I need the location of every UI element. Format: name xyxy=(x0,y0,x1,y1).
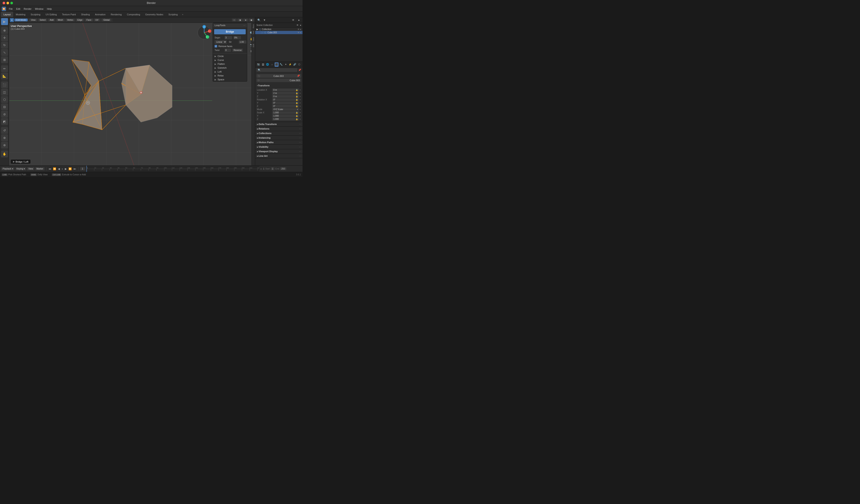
smooth-button[interactable]: ⊛ xyxy=(1,134,8,141)
viewport-shading-look[interactable]: ● xyxy=(243,18,248,21)
twist-input[interactable] xyxy=(225,48,231,52)
tab-sculpting[interactable]: Sculpting xyxy=(28,12,43,17)
key-first-button[interactable]: ⏮ xyxy=(48,167,52,171)
menu-window[interactable]: Window xyxy=(33,7,45,11)
viewport[interactable]: ● Edit Mode View Select Add Mesh Vertex … xyxy=(9,17,255,165)
circle-tool[interactable]: ▶ Circle xyxy=(213,54,247,58)
tab-rendering[interactable]: Rendering xyxy=(108,12,124,17)
n-strip-view[interactable]: View xyxy=(253,36,255,43)
object-props-icon[interactable]: ⬛ xyxy=(275,62,278,67)
output-props-icon[interactable]: 🖼 xyxy=(261,62,265,67)
location-z-lock[interactable]: 🔒 xyxy=(296,95,298,98)
edit-mode-selector[interactable]: Edit Mode xyxy=(14,18,28,21)
close-button[interactable] xyxy=(3,2,5,4)
tab-scripting[interactable]: Scripting xyxy=(166,12,180,17)
end-frame-input[interactable]: 250 xyxy=(280,167,286,170)
transform-tool-button[interactable]: ⊞ xyxy=(1,56,8,63)
constraints-props-icon[interactable]: 🔗 xyxy=(293,62,297,67)
add-workspace-button[interactable]: + xyxy=(180,13,185,16)
cube-eye-icon[interactable]: 👁 xyxy=(298,31,300,34)
uv-menu[interactable]: UV xyxy=(94,18,100,21)
tab-texture-paint[interactable]: Texture Paint xyxy=(59,12,78,17)
outliner-item-collection[interactable]: ▶ ◫ Collection 👁 ● xyxy=(255,28,302,31)
tab-modeling[interactable]: Modeling xyxy=(13,12,28,17)
play-back-button[interactable]: ◀ xyxy=(57,167,60,171)
scale-z-value[interactable]: 1.000 🔒 xyxy=(272,118,299,120)
scene-props-icon[interactable]: 🌐 xyxy=(266,62,270,67)
particles-props-icon[interactable]: ✦ xyxy=(284,62,288,67)
maximize-button[interactable] xyxy=(10,2,13,4)
render-props-icon[interactable]: 📷 xyxy=(257,62,260,67)
collection-render-icon[interactable]: ● xyxy=(300,28,301,30)
space-tool[interactable]: ▶ Space xyxy=(213,77,247,81)
add-menu[interactable]: Add xyxy=(48,18,55,21)
eye-icon[interactable]: 👁 xyxy=(291,18,296,23)
loop-tools-options[interactable]: ··· xyxy=(243,24,245,27)
blender-icon[interactable] xyxy=(2,7,6,11)
knife-button[interactable]: ⊘ xyxy=(1,111,8,118)
location-x-lock[interactable]: 🔒 xyxy=(296,89,298,91)
search-outliner-icon[interactable]: 🔍 xyxy=(257,18,261,23)
key-prev-button[interactable]: ⏪ xyxy=(53,167,57,171)
visibility-dots[interactable]: ··· xyxy=(299,146,301,148)
instancing-dots[interactable]: ··· xyxy=(299,137,301,139)
select-tool-button[interactable]: ▶ xyxy=(1,18,8,25)
playback-dropdown[interactable]: Playback ▾ xyxy=(1,167,14,171)
extrude-button[interactable]: ⬛ xyxy=(1,81,8,88)
annotate-button[interactable]: ✏ xyxy=(1,65,8,72)
randomize-button[interactable]: ⊛ xyxy=(1,142,8,149)
grab-button[interactable]: ✋ xyxy=(1,150,8,158)
render-icon[interactable]: ● xyxy=(297,18,301,23)
line-art-dots[interactable]: ··· xyxy=(299,155,301,157)
mesh-name-box[interactable]: ⬡ Cube.003 xyxy=(257,79,301,82)
transform-header[interactable]: ▾ Transform ··· xyxy=(255,83,302,88)
viewport-shading-render[interactable]: ◉ xyxy=(249,18,254,21)
tab-compositing[interactable]: Compositing xyxy=(124,12,143,17)
spin-button[interactable]: ↺ xyxy=(1,127,8,134)
poly-build-button[interactable]: ◩ xyxy=(1,118,8,125)
edge-menu[interactable]: Edge xyxy=(76,18,84,21)
viewport-shading-wire[interactable]: □ xyxy=(232,18,236,21)
measure-button[interactable]: 📐 xyxy=(1,73,8,79)
relax-tool[interactable]: ▶ Relax xyxy=(213,74,247,77)
loft-tool[interactable]: ▶ Loft xyxy=(213,70,247,74)
rotation-z-value[interactable]: 0° 🔒 xyxy=(272,105,299,107)
props-pin-icon[interactable]: 📌 xyxy=(298,69,301,72)
reverse-button[interactable]: Reverse xyxy=(232,48,243,52)
tab-layout[interactable]: Layout xyxy=(1,12,13,17)
menu-help[interactable]: Help xyxy=(45,7,53,11)
rotation-mode-value[interactable]: XYZ Euler ▾ xyxy=(272,108,299,111)
relations-dots[interactable]: ··· xyxy=(299,128,301,130)
rotate-tool-button[interactable]: ↻ xyxy=(1,42,8,48)
rotation-x-value[interactable]: 0° 🔒 xyxy=(272,98,299,101)
viewport-shading-solid[interactable]: ◑ xyxy=(237,18,243,21)
scale-y-value[interactable]: 1.000 🔒 xyxy=(272,115,299,117)
marker-button[interactable]: Marker xyxy=(35,167,44,171)
rotation-y-lock[interactable]: 🔒 xyxy=(296,102,298,104)
scale-tool-button[interactable]: ⤡ xyxy=(1,49,8,56)
outliner-item-cube[interactable]: ▷ ⬡ Cube.003 👁 ● xyxy=(255,31,302,34)
minimize-button[interactable] xyxy=(6,2,9,4)
keying-dropdown[interactable]: Keying ▾ xyxy=(15,167,26,171)
collection-eye-icon[interactable]: 👁 xyxy=(298,28,300,30)
start-frame-input[interactable]: 1 xyxy=(271,167,275,170)
scale-x-value[interactable]: 1.000 🔒 xyxy=(272,111,299,114)
pct-input[interactable] xyxy=(233,36,241,39)
collections-dots[interactable]: ··· xyxy=(299,132,301,135)
menu-render[interactable]: Render xyxy=(22,7,33,11)
collections-header[interactable]: ▶ Collections ··· xyxy=(255,131,302,135)
play-button[interactable]: ▶ xyxy=(64,167,67,171)
scale-y-lock[interactable]: 🔒 xyxy=(296,115,298,117)
viewport-display-dots[interactable]: ··· xyxy=(299,150,301,153)
tab-animation[interactable]: Animation xyxy=(92,12,108,17)
flatten-tool[interactable]: ▶ Flatten xyxy=(213,62,247,66)
n-strip-rem[interactable]: Rem xyxy=(253,23,255,30)
props-search-container[interactable]: 🔍 xyxy=(257,68,297,72)
engine-icon[interactable]: ● xyxy=(10,18,14,22)
menu-edit[interactable]: Edit xyxy=(15,7,22,11)
n-strip-tool[interactable]: Tool xyxy=(253,30,255,36)
interpolation-select[interactable]: Linear Cubic xyxy=(215,40,227,44)
viewport-display-header[interactable]: ▶ Viewport Display ··· xyxy=(255,149,302,153)
rotation-x-lock[interactable]: 🔒 xyxy=(296,99,298,101)
visibility-header[interactable]: ▶ Visibility ··· xyxy=(255,145,302,149)
